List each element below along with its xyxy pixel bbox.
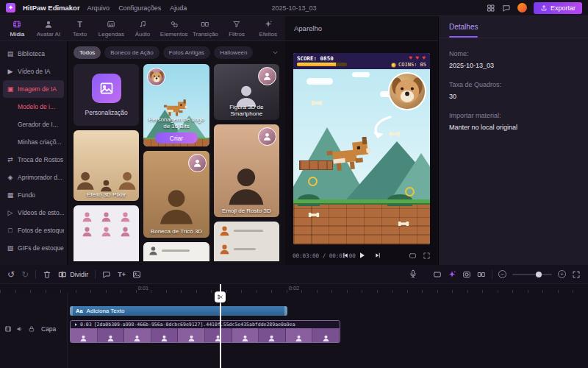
tab-audio[interactable]: Áudio — [127, 20, 159, 38]
text-clip-aa-icon: Aa — [76, 308, 83, 314]
sidebar-item-minhas-criacoes[interactable]: Minhas criaçõ... — [3, 133, 64, 151]
game-hud: SCORE: 0850 ♥ ♥ ♥ COINS: 05 — [293, 53, 430, 69]
sidebar-item-fotos-estoque[interactable]: □Fotos de estoque — [3, 222, 64, 239]
fit-timeline-icon[interactable] — [572, 270, 581, 279]
sidebar-item-imagem-ia[interactable]: ▣Imagem de IA — [3, 80, 64, 98]
stock-photo-icon: □ — [7, 227, 14, 234]
card-emoji-rosto-3d[interactable]: Emoji de Rosto 3D — [214, 124, 279, 217]
tab-detalhes[interactable]: Detalhes — [449, 16, 478, 38]
mask-icon[interactable] — [462, 270, 471, 279]
menu-ajuda[interactable]: Ajuda — [170, 4, 187, 12]
criar-button[interactable]: Criar — [155, 132, 198, 144]
ai-image-icon: ▣ — [7, 85, 14, 93]
app-title: HitPaw Edimakor — [23, 4, 80, 12]
export-button[interactable]: Exportar — [534, 2, 582, 14]
tab-filtros[interactable]: Filtros — [221, 20, 253, 38]
split-button[interactable]: Dividir — [58, 270, 88, 279]
export-up-icon — [540, 4, 548, 12]
video-track-header: Capa — [4, 325, 56, 333]
zoom-out-icon[interactable]: − — [498, 270, 506, 278]
preview-canvas[interactable]: SCORE: 0850 ♥ ♥ ♥ COINS: 05 — [293, 53, 430, 244]
pip-image-icon[interactable] — [132, 270, 141, 279]
music-note-icon — [138, 20, 147, 29]
card-sprite-sheet[interactable] — [74, 205, 139, 261]
sidebar-item-videos-estoque[interactable]: ▷Vídeos de esto... — [3, 204, 64, 222]
cover-button[interactable]: Capa — [41, 325, 56, 333]
video-clip[interactable]: 0:03 [2da0b309-a998-466b-956a-0dcbc69e91… — [70, 320, 340, 343]
ai-video-icon: ▶ — [7, 68, 14, 75]
face-photo-thumb — [258, 127, 276, 146]
sidebar-item-troca-rostos[interactable]: ⇄Troca de Rostos — [3, 151, 64, 169]
sidebar-item-gifs-estoque[interactable]: ▧GIFs de estoque — [3, 239, 64, 257]
transition-icon — [201, 20, 209, 29]
zoom-slider-knob[interactable] — [536, 272, 542, 277]
menu-configuracoes[interactable]: Configurações — [118, 4, 161, 12]
brick-ground — [293, 205, 430, 244]
transition-tool-icon[interactable] — [477, 270, 486, 279]
filter-halloween[interactable]: Halloween — [214, 46, 253, 59]
redo-icon[interactable]: ↻ — [21, 270, 29, 279]
lock-track-icon[interactable] — [28, 325, 35, 333]
card-efeito-3d-pixar[interactable]: Efeito 3D Pixar — [74, 130, 139, 201]
filter-todos[interactable]: Todos — [74, 46, 101, 59]
time-ruler[interactable]: 0:01 0:02 — [0, 284, 588, 293]
ai-effects-icon[interactable] — [448, 270, 456, 279]
menu-arquivo[interactable]: Arquivo — [87, 4, 110, 12]
track-thumbnail-icon[interactable] — [4, 325, 12, 333]
tab-legendas[interactable]: Legendas — [96, 20, 127, 38]
feedback-chat-icon[interactable] — [502, 4, 511, 13]
tab-transicao[interactable]: Transição — [190, 20, 221, 38]
sidebar-item-gerador[interactable]: Gerador de I... — [3, 116, 64, 133]
cloud — [352, 72, 370, 77]
fullscreen-icon[interactable] — [423, 252, 431, 260]
timeline-zoom-slider[interactable] — [512, 274, 552, 275]
playhead[interactable] — [220, 284, 221, 368]
sidebar-item-modelo[interactable]: Modelo de i... — [3, 98, 64, 116]
undo-icon[interactable]: ↺ — [7, 270, 15, 279]
tab-elementos[interactable]: Elementos — [158, 20, 190, 38]
tab-avatar-ai[interactable]: Avatar AI — [33, 20, 65, 38]
play-icon[interactable] — [357, 251, 366, 260]
tab-midia[interactable]: Mídia — [1, 20, 33, 38]
playhead-split-handle[interactable] — [215, 291, 226, 302]
sidebar-item-biblioteca[interactable]: ▤Biblioteca — [3, 45, 64, 63]
marker-comment-icon[interactable] — [102, 270, 111, 279]
face-swap-icon: ⇄ — [7, 156, 14, 163]
user-avatar[interactable] — [517, 3, 527, 13]
aspect-ratio-icon[interactable] — [409, 252, 417, 260]
previous-frame-icon[interactable] — [342, 252, 349, 259]
card-man-portraits[interactable] — [214, 222, 279, 261]
delete-icon[interactable] — [43, 270, 51, 279]
coins-counter: COINS: 05 — [391, 62, 426, 68]
filters-expand-chevron-icon[interactable] — [271, 49, 279, 57]
add-text-icon[interactable]: T+ — [118, 271, 126, 278]
next-frame-icon[interactable] — [374, 252, 381, 259]
score-text: SCORE: 0850 — [297, 55, 334, 62]
voiceover-mic-icon[interactable] — [409, 269, 417, 278]
face-photo-thumb — [188, 154, 207, 172]
filter-fotos-antigas[interactable]: Fotos Antigas — [163, 46, 210, 59]
filter-boneco-acao[interactable]: Boneco de Ação — [104, 46, 159, 59]
tab-texto[interactable]: TTexto — [64, 20, 96, 38]
card-boneca-trico[interactable]: Boneca de Tricô 3D — [143, 151, 209, 238]
template-masonry: Personalização Efeito 3D Pixar — [74, 64, 279, 261]
mute-track-icon[interactable] — [16, 325, 24, 333]
captions-icon — [107, 20, 115, 29]
tab-efeitos[interactable]: Efeitos — [252, 20, 284, 38]
bone-pickup — [308, 212, 320, 218]
zoom-in-icon[interactable]: + — [558, 270, 566, 278]
text-clip[interactable]: Aa Adiciona Texto — [70, 306, 287, 316]
hearts-icons: ♥ ♥ ♥ — [409, 54, 426, 61]
avatar-icon — [44, 20, 53, 29]
layout-grid-icon[interactable] — [487, 4, 495, 13]
face-photo-thumb — [258, 67, 276, 85]
card-personagem-jogo-16bits[interactable]: Personagem de Jogo de 16 Bits Criar — [143, 64, 209, 146]
sidebar-item-fundo[interactable]: ▦Fundo — [3, 186, 64, 204]
media-icon — [12, 20, 21, 29]
card-personalizacao[interactable]: Personalização — [74, 64, 139, 126]
card-figura-3d-smartphone[interactable]: Figura 3D de Smartphone — [214, 64, 279, 120]
sidebar-item-video-ia[interactable]: ▶Vídeo de IA — [3, 63, 64, 80]
preview-quality-icon[interactable] — [433, 270, 442, 279]
card-id-sheet[interactable] — [143, 242, 209, 261]
sidebar-item-aprimorador[interactable]: ◈Aprimorador d... — [3, 169, 64, 186]
